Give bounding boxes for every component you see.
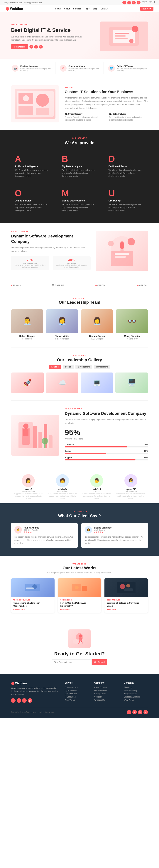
blog-svg-2	[70, 582, 89, 593]
gallery-tab-loading[interactable]: Loading	[49, 365, 61, 369]
progress-it-solution: IT Solution 75%	[65, 443, 148, 447]
svg-rect-23	[33, 426, 37, 448]
footer-company1-item-4[interactable]: Company	[94, 696, 118, 698]
hero-twitter-icon[interactable]: t	[34, 45, 38, 49]
svg-point-12	[23, 95, 29, 101]
service-bigdata-desc: We offer a full development cycle a one-…	[62, 169, 97, 178]
hero-linkedin-icon[interactable]: in	[39, 45, 43, 49]
twitter-icon[interactable]: t	[127, 1, 131, 4]
blog-img-1	[11, 578, 54, 597]
footer-company1-item-3[interactable]: Pricing & Plan	[94, 693, 118, 695]
svg-rect-37	[117, 582, 135, 593]
feature-computer-vision: 👁 Computer Vision We have software solut…	[55, 62, 104, 74]
team-photo-title-4: Project Manager	[115, 490, 147, 492]
get-started-button[interactable]: Get Started	[11, 44, 28, 49]
footer-twitter-icon[interactable]: t	[17, 698, 21, 703]
services-grid: A Artificial Intelligence We offer a ful…	[11, 151, 148, 216]
cta-illustration	[69, 629, 91, 648]
it-point-data-desc: Proactive Security strategy and adopted …	[109, 116, 148, 121]
footer-service-item-4[interactable]: IT Consulting	[65, 696, 89, 698]
custom-it-text: SPECIAL Custom IT Solutions for Your Bus…	[65, 87, 148, 122]
progress-support-label: Support 85%	[65, 457, 148, 459]
blog-read-1[interactable]: Read More →	[13, 609, 52, 611]
team-role-christin: UI/UX Designer	[81, 338, 113, 340]
team-photo-title-2: UI/UX Designer	[46, 490, 78, 492]
blog-read-2[interactable]: Read More →	[60, 609, 99, 611]
footer-logo: ⬤ Webtion	[11, 682, 59, 685]
linkedin-icon[interactable]: in	[132, 1, 136, 4]
nav-page[interactable]: Page	[85, 8, 89, 10]
svg-rect-44	[79, 638, 82, 641]
about-stats: 79% Machine Learning We have a positive …	[11, 256, 91, 270]
svg-point-19	[120, 241, 124, 249]
topbar-emails: info@Yourdomain.com hello@youremail.com	[4, 2, 42, 4]
blog-read-3[interactable]: Read More →	[107, 609, 146, 611]
feature-ml-title: Machine Learning	[21, 65, 51, 67]
topbar-email2: hello@youremail.com	[25, 2, 42, 4]
signup-link[interactable]: Sign Up	[149, 1, 155, 4]
progress-section: ABOUT COMPANY Dynamic Software Developme…	[0, 401, 159, 470]
footer-company2-item-2[interactable]: Blog Consulting	[124, 689, 148, 691]
feature-ml-text: Machine Learning We have software soluti…	[21, 65, 51, 71]
testimonial-avatar-1: 👨	[14, 526, 22, 533]
team-avatar-4: 👩‍💼	[124, 474, 137, 487]
footer-company2-item-3[interactable]: Blog Candidate	[124, 693, 148, 695]
footer-service-item-5[interactable]: What We Do	[65, 699, 89, 701]
service-ai: A Artificial Intelligence We offer a ful…	[11, 151, 54, 181]
custom-it-title: Custom IT Solutions for Your Business	[65, 89, 148, 94]
footer-service-item-2[interactable]: Cyber Security	[65, 689, 89, 691]
progress-support-value: 85%	[144, 457, 148, 459]
gallery-tab-design[interactable]: Design	[63, 365, 74, 369]
footer-company2-title: Company	[124, 682, 148, 684]
login-link[interactable]: Login	[143, 1, 147, 4]
team-role-robert: Co-Founder	[11, 338, 43, 340]
footer-company1-item-1[interactable]: About Company	[94, 686, 118, 688]
gallery-tab-management[interactable]: Management	[94, 365, 110, 369]
service-online-name: Online Service	[15, 199, 50, 202]
footer-bottom-fb-icon[interactable]: f	[127, 710, 131, 714]
footer-company1-item-5[interactable]: What We Do	[94, 699, 118, 701]
footer-bottom-li-icon[interactable]: in	[138, 710, 143, 714]
brand-dspring: ☰ DSPRING	[52, 284, 64, 287]
footer-youtube-icon[interactable]: yt	[28, 698, 32, 703]
team-photo-desc-3: is appeared to be almost invisible to an…	[81, 493, 113, 500]
service-ai-name: Artificial Intelligence	[15, 165, 50, 168]
footer-company2-item-4[interactable]: Courses & Bonuses	[124, 696, 148, 698]
testimonials-title: What Our Client Say ?	[11, 514, 148, 518]
nav-buy-button[interactable]: Buy Now	[140, 7, 154, 11]
about-svg	[100, 232, 144, 270]
gallery-grid: 🚀 ☁️ 💻 🖥️	[11, 372, 148, 393]
stat-support-sub: We have a positive solutions will bet th…	[56, 265, 88, 268]
team-photos-section: 👩 InnaqheD Creative Designer is appeared…	[0, 470, 159, 503]
footer-linkedin-icon[interactable]: in	[22, 698, 27, 703]
youtube-icon[interactable]: yt	[137, 1, 141, 4]
service-online: O Online Service We offer a full develop…	[11, 185, 54, 216]
footer-facebook-icon[interactable]: f	[11, 698, 15, 703]
footer-company2-item-1[interactable]: SEO Blog	[124, 686, 148, 688]
nav-blog[interactable]: Blog	[93, 8, 97, 10]
nav-solution[interactable]: Solution	[73, 8, 81, 10]
nav-contact[interactable]: Contact	[101, 8, 108, 10]
cta-submit-button[interactable]: Get Started	[92, 659, 107, 665]
footer-bottom-tw-icon[interactable]: t	[132, 710, 137, 714]
footer-company2-item-5[interactable]: What We Do	[124, 699, 148, 701]
gallery-tab-development[interactable]: Development	[75, 365, 92, 369]
brand-capital1: ◈ CAPITAL	[95, 284, 106, 286]
footer-bottom-yt-icon[interactable]: yt	[144, 710, 148, 714]
footer-service-item-3[interactable]: Cloud Services	[65, 693, 89, 695]
hero-facebook-icon[interactable]: f	[29, 45, 33, 49]
hero-buttons: Get Started f t in	[11, 44, 85, 49]
facebook-icon[interactable]: f	[122, 1, 126, 4]
team-photo-name-4: Inoqqal TJS	[115, 488, 147, 490]
svg-point-6	[129, 39, 133, 43]
nav-about[interactable]: About	[64, 8, 70, 10]
svg-rect-9	[18, 106, 33, 115]
footer-company2-list: SEO Blog Blog Consulting Blog Candidate …	[124, 686, 148, 701]
topbar-social: f t in yt	[122, 1, 141, 4]
cta-email-input[interactable]	[52, 659, 92, 665]
brand-finance-label: Finance	[13, 284, 21, 286]
footer-service-item-1[interactable]: IT Management	[65, 686, 89, 688]
nav-home[interactable]: Home	[55, 8, 61, 10]
progress-bars: IT Solution 75% Design 50% Support	[65, 443, 148, 460]
footer-company1-item-2[interactable]: Documentation	[94, 689, 118, 691]
